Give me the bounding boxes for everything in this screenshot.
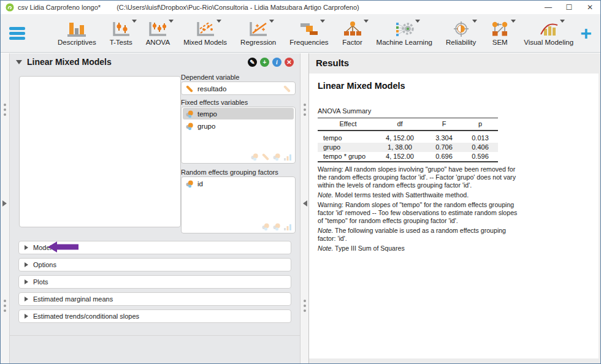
document-title: csv Lidia Carprofeno longo* [18, 4, 101, 11]
table-header-row: Effect df F p [318, 118, 498, 131]
fixed-effects-label: Fixed effects variables [181, 99, 248, 106]
ribbon-item-regression[interactable]: Regression [234, 19, 283, 47]
title-bar: csv Lidia Carprofeno longo* (C:\Users\lu… [1, 1, 600, 14]
table-row: tempo * grupo 4, 152.00 0.696 0.596 [318, 152, 498, 162]
dropdown-caret-icon [169, 20, 174, 23]
reliability-icon [451, 20, 472, 37]
dropdown-caret-icon [364, 20, 369, 23]
splitter-grip[interactable] [4, 300, 6, 312]
expand-section-icon [25, 245, 28, 250]
scale-type-hint-icon [261, 153, 270, 161]
descriptives-icon [66, 20, 87, 37]
ribbon-item-frequencies[interactable]: Frequencies [283, 19, 335, 47]
available-variables-list[interactable] [19, 76, 181, 227]
ribbon-item-descriptives[interactable]: Descriptives [51, 19, 103, 47]
hamburger-menu-icon[interactable] [9, 27, 25, 40]
dropdown-caret-icon [320, 20, 325, 23]
collapse-analysis-icon[interactable] [16, 60, 22, 64]
ribbon-items: Descriptives T-Tests [51, 19, 580, 47]
expand-section-icon [25, 314, 28, 319]
factor-icon [342, 20, 363, 37]
analysis-header: Linear Mixed Models ✎ + i ✕ [16, 57, 294, 67]
close-button[interactable]: ✕ [580, 1, 600, 14]
table-note: Warning: Random slopes of "tempo" for th… [318, 201, 524, 225]
scale-type-hint-icon [283, 85, 291, 93]
section-options[interactable]: Options [18, 258, 291, 271]
ribbon-item-t-tests[interactable]: T-Tests [103, 19, 139, 47]
ribbon-item-machine-learning[interactable]: Machine Learning [370, 19, 439, 47]
dropdown-caret-icon [132, 20, 137, 23]
splitter-grip[interactable] [304, 104, 306, 116]
anova-summary-table: Effect df F p tempo 4, 152.00 3.304 0.01… [318, 118, 498, 162]
nominal-type-hint-icon [272, 222, 281, 231]
ribbon-item-factor[interactable]: Factor [335, 19, 370, 47]
results-splitter[interactable] [300, 53, 309, 363]
expand-section-icon [25, 262, 28, 267]
splitter-grip[interactable] [304, 300, 306, 312]
ribbon-item-anova[interactable]: ANOVA [139, 19, 177, 47]
minimize-button[interactable]: — [538, 1, 559, 14]
expand-data-arrow-icon[interactable] [2, 200, 7, 207]
scale-variable-icon [185, 85, 194, 93]
section-estimated-marginal-means[interactable]: Estimated marginal means [18, 292, 291, 306]
analysis-title: Linear Mixed Models [27, 57, 112, 67]
dropdown-caret-icon [415, 20, 420, 23]
jasp-logo-icon [6, 3, 14, 12]
info-button[interactable]: i [272, 58, 281, 67]
table-notes: Warning: All random slopes involving "gr… [318, 165, 524, 252]
analysis-panel: Linear Mixed Models ✎ + i ✕ Dependent va… [10, 53, 300, 363]
table-row: grupo 1, 38.00 0.706 0.406 [318, 143, 498, 152]
duplicate-analysis-button[interactable]: + [260, 58, 269, 67]
edit-title-button[interactable]: ✎ [248, 58, 257, 67]
ribbon-item-sem[interactable]: SEM [483, 19, 517, 47]
section-plots[interactable]: Plots [18, 275, 291, 289]
ribbon-item-reliability[interactable]: Reliability [439, 19, 483, 47]
regression-icon [248, 20, 269, 37]
data-panel-splitter[interactable] [1, 53, 10, 363]
visual-modeling-icon [538, 20, 559, 37]
mixed-models-icon [195, 20, 216, 37]
table-note: Note. Type III Sum of Squares [318, 245, 524, 252]
nominal-type-hint-icon [272, 153, 281, 161]
anova-table-caption: ANOVA Summary [318, 107, 590, 115]
maximize-button[interactable]: ☐ [559, 1, 580, 14]
machine-learning-icon [394, 20, 415, 37]
results-panel: Results Linear Mixed Models ANOVA Summar… [309, 53, 600, 363]
table-row: tempo 4, 152.00 3.304 0.013 [318, 131, 498, 143]
add-module-button[interactable]: + [580, 25, 592, 41]
anova-icon [147, 20, 168, 37]
ribbon-item-mixed-models[interactable]: Mixed Models [177, 19, 234, 47]
results-analysis-title: Linear Mixed Models [318, 81, 590, 91]
ribbon-item-visual-modeling[interactable]: Visual Modeling [517, 19, 580, 47]
variable-item[interactable]: resultado [183, 83, 294, 94]
splitter-grip[interactable] [4, 104, 6, 116]
collapse-input-arrow-icon[interactable] [303, 200, 307, 207]
dependent-variable-label: Dependent variable [181, 74, 239, 81]
variable-item-grupo[interactable]: grupo [183, 120, 294, 132]
form-divider [10, 335, 300, 336]
dropdown-caret-icon [511, 20, 516, 23]
random-effects-list[interactable]: id [181, 176, 296, 233]
dependent-variable-field[interactable]: resultado [181, 82, 296, 95]
dropdown-caret-icon [560, 20, 565, 23]
variable-item-id[interactable]: id [183, 178, 294, 189]
sem-icon [489, 20, 510, 37]
allowed-types-hint [250, 153, 292, 161]
expand-section-icon [25, 279, 28, 284]
results-content: Linear Mixed Models ANOVA Summary Effect… [309, 74, 599, 358]
nominal-variable-icon [185, 180, 194, 188]
expand-section-icon [25, 297, 28, 301]
table-note: Note. Model terms tested with Satterthwa… [318, 191, 524, 199]
table-note: Warning: All random slopes involving "gr… [318, 165, 524, 189]
t-tests-icon [110, 20, 131, 37]
remove-analysis-button[interactable]: ✕ [285, 58, 294, 67]
variable-item-tempo[interactable]: tempo [183, 108, 294, 119]
ribbon-toolbar: Descriptives T-Tests [1, 14, 600, 53]
section-estimated-trends[interactable]: Estimated trends/conditional slopes [18, 309, 291, 323]
frequencies-icon [299, 20, 320, 37]
nominal-variable-icon [185, 110, 194, 118]
fixed-effects-list[interactable]: tempo grupo [181, 107, 296, 164]
dropdown-caret-icon [472, 20, 477, 23]
ordinal-type-hint-icon [283, 153, 292, 161]
dropdown-caret-icon [216, 20, 221, 23]
